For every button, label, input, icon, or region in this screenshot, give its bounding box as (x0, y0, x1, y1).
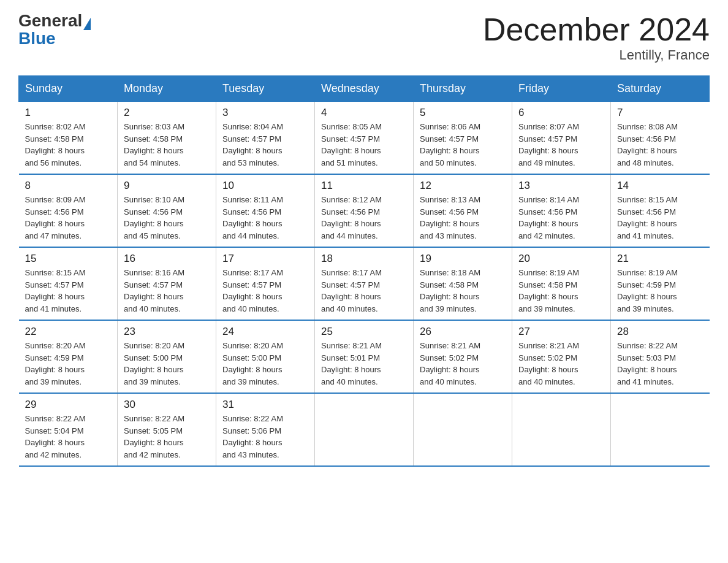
day-number: 15 (25, 253, 112, 265)
day-number: 17 (222, 253, 308, 265)
day-number: 2 (124, 107, 210, 119)
day-number: 3 (222, 107, 308, 119)
calendar-cell: 24 Sunrise: 8:20 AMSunset: 5:00 PMDaylig… (216, 320, 315, 393)
day-number: 22 (25, 326, 112, 338)
day-info: Sunrise: 8:21 AMSunset: 5:02 PMDaylight:… (518, 340, 604, 388)
day-info: Sunrise: 8:20 AMSunset: 5:00 PMDaylight:… (222, 340, 308, 388)
calendar-week-row: 1 Sunrise: 8:02 AMSunset: 4:58 PMDayligh… (19, 102, 710, 175)
calendar-cell: 4 Sunrise: 8:05 AMSunset: 4:57 PMDayligh… (315, 102, 414, 175)
day-number: 30 (124, 399, 210, 411)
calendar-cell: 30 Sunrise: 8:22 AMSunset: 5:05 PMDaylig… (118, 393, 216, 466)
calendar-header-friday: Friday (512, 76, 611, 102)
day-info: Sunrise: 8:10 AMSunset: 4:56 PMDaylight:… (124, 194, 210, 242)
page-header: General Blue December 2024 Lentilly, Fra… (18, 12, 710, 63)
day-number: 8 (25, 180, 112, 192)
calendar-cell: 23 Sunrise: 8:20 AMSunset: 5:00 PMDaylig… (118, 320, 216, 393)
day-number: 7 (617, 107, 703, 119)
day-number: 12 (420, 180, 506, 192)
calendar-header-row: SundayMondayTuesdayWednesdayThursdayFrid… (19, 76, 710, 102)
calendar-cell: 16 Sunrise: 8:16 AMSunset: 4:57 PMDaylig… (118, 247, 216, 320)
day-number: 21 (617, 253, 703, 265)
logo-triangle-icon (83, 18, 91, 30)
day-number: 28 (617, 326, 703, 338)
day-info: Sunrise: 8:09 AMSunset: 4:56 PMDaylight:… (25, 194, 112, 242)
day-info: Sunrise: 8:07 AMSunset: 4:57 PMDaylight:… (518, 121, 604, 169)
calendar-cell: 25 Sunrise: 8:21 AMSunset: 5:01 PMDaylig… (315, 320, 414, 393)
day-number: 4 (321, 107, 407, 119)
day-number: 1 (25, 107, 112, 119)
calendar-header-monday: Monday (118, 76, 216, 102)
calendar-week-row: 29 Sunrise: 8:22 AMSunset: 5:04 PMDaylig… (19, 393, 710, 466)
logo-general-row: General (18, 12, 91, 30)
calendar-cell: 28 Sunrise: 8:22 AMSunset: 5:03 PMDaylig… (611, 320, 710, 393)
day-number: 14 (617, 180, 703, 192)
day-info: Sunrise: 8:04 AMSunset: 4:57 PMDaylight:… (222, 121, 308, 169)
calendar-cell: 10 Sunrise: 8:11 AMSunset: 4:56 PMDaylig… (216, 174, 315, 247)
calendar-cell: 29 Sunrise: 8:22 AMSunset: 5:04 PMDaylig… (19, 393, 118, 466)
day-info: Sunrise: 8:20 AMSunset: 4:59 PMDaylight:… (25, 340, 112, 388)
calendar-cell (315, 393, 414, 466)
calendar-cell: 6 Sunrise: 8:07 AMSunset: 4:57 PMDayligh… (512, 102, 611, 175)
day-info: Sunrise: 8:03 AMSunset: 4:58 PMDaylight:… (124, 121, 210, 169)
calendar-cell: 19 Sunrise: 8:18 AMSunset: 4:58 PMDaylig… (414, 247, 512, 320)
calendar-week-row: 22 Sunrise: 8:20 AMSunset: 4:59 PMDaylig… (19, 320, 710, 393)
day-number: 9 (124, 180, 210, 192)
day-number: 31 (222, 399, 308, 411)
day-number: 16 (124, 253, 210, 265)
day-number: 23 (124, 326, 210, 338)
calendar-cell (611, 393, 710, 466)
day-info: Sunrise: 8:15 AMSunset: 4:56 PMDaylight:… (617, 194, 703, 242)
calendar-cell: 1 Sunrise: 8:02 AMSunset: 4:58 PMDayligh… (19, 102, 118, 175)
calendar-header-thursday: Thursday (414, 76, 512, 102)
day-number: 11 (321, 180, 407, 192)
day-info: Sunrise: 8:16 AMSunset: 4:57 PMDaylight:… (124, 267, 210, 315)
day-info: Sunrise: 8:18 AMSunset: 4:58 PMDaylight:… (420, 267, 506, 315)
day-info: Sunrise: 8:05 AMSunset: 4:57 PMDaylight:… (321, 121, 407, 169)
page-subtitle: Lentilly, France (483, 47, 710, 63)
day-number: 27 (518, 326, 604, 338)
calendar-cell: 12 Sunrise: 8:13 AMSunset: 4:56 PMDaylig… (414, 174, 512, 247)
day-info: Sunrise: 8:22 AMSunset: 5:04 PMDaylight:… (25, 413, 112, 461)
calendar-cell: 2 Sunrise: 8:03 AMSunset: 4:58 PMDayligh… (118, 102, 216, 175)
logo-general-text: General (18, 11, 82, 30)
day-info: Sunrise: 8:19 AMSunset: 4:58 PMDaylight:… (518, 267, 604, 315)
day-info: Sunrise: 8:22 AMSunset: 5:03 PMDaylight:… (617, 340, 703, 388)
calendar-header-wednesday: Wednesday (315, 76, 414, 102)
day-number: 20 (518, 253, 604, 265)
calendar-week-row: 8 Sunrise: 8:09 AMSunset: 4:56 PMDayligh… (19, 174, 710, 247)
day-info: Sunrise: 8:14 AMSunset: 4:56 PMDaylight:… (518, 194, 604, 242)
calendar-header-saturday: Saturday (611, 76, 710, 102)
day-info: Sunrise: 8:20 AMSunset: 5:00 PMDaylight:… (124, 340, 210, 388)
calendar-cell (414, 393, 512, 466)
day-number: 13 (518, 180, 604, 192)
calendar-cell: 13 Sunrise: 8:14 AMSunset: 4:56 PMDaylig… (512, 174, 611, 247)
day-number: 5 (420, 107, 506, 119)
calendar-cell: 15 Sunrise: 8:15 AMSunset: 4:57 PMDaylig… (19, 247, 118, 320)
calendar-week-row: 15 Sunrise: 8:15 AMSunset: 4:57 PMDaylig… (19, 247, 710, 320)
calendar-header-sunday: Sunday (19, 76, 118, 102)
day-number: 29 (25, 399, 112, 411)
calendar-cell: 7 Sunrise: 8:08 AMSunset: 4:56 PMDayligh… (611, 102, 710, 175)
calendar-header-tuesday: Tuesday (216, 76, 315, 102)
calendar-table: SundayMondayTuesdayWednesdayThursdayFrid… (18, 75, 710, 467)
logo-blue-text: Blue (18, 29, 56, 48)
day-info: Sunrise: 8:02 AMSunset: 4:58 PMDaylight:… (25, 121, 112, 169)
title-block: December 2024 Lentilly, France (483, 12, 710, 63)
day-number: 18 (321, 253, 407, 265)
calendar-cell: 9 Sunrise: 8:10 AMSunset: 4:56 PMDayligh… (118, 174, 216, 247)
day-info: Sunrise: 8:13 AMSunset: 4:56 PMDaylight:… (420, 194, 506, 242)
day-info: Sunrise: 8:21 AMSunset: 5:01 PMDaylight:… (321, 340, 407, 388)
calendar-cell: 14 Sunrise: 8:15 AMSunset: 4:56 PMDaylig… (611, 174, 710, 247)
day-info: Sunrise: 8:22 AMSunset: 5:06 PMDaylight:… (222, 413, 308, 461)
calendar-cell: 21 Sunrise: 8:19 AMSunset: 4:59 PMDaylig… (611, 247, 710, 320)
calendar-cell: 17 Sunrise: 8:17 AMSunset: 4:57 PMDaylig… (216, 247, 315, 320)
logo: General Blue (18, 12, 91, 47)
day-info: Sunrise: 8:15 AMSunset: 4:57 PMDaylight:… (25, 267, 112, 315)
calendar-cell: 31 Sunrise: 8:22 AMSunset: 5:06 PMDaylig… (216, 393, 315, 466)
day-number: 25 (321, 326, 407, 338)
day-number: 26 (420, 326, 506, 338)
calendar-cell: 8 Sunrise: 8:09 AMSunset: 4:56 PMDayligh… (19, 174, 118, 247)
calendar-cell: 27 Sunrise: 8:21 AMSunset: 5:02 PMDaylig… (512, 320, 611, 393)
day-info: Sunrise: 8:12 AMSunset: 4:56 PMDaylight:… (321, 194, 407, 242)
calendar-cell (512, 393, 611, 466)
